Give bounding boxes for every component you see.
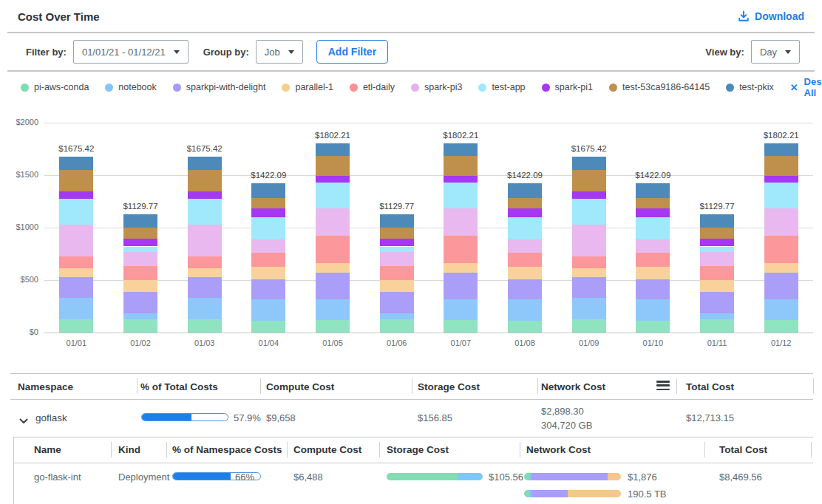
bar-segment-spark-pi3[interactable]: [700, 252, 734, 266]
bar-segment-spark-pi1[interactable]: [764, 176, 798, 183]
bar-segment-parallel-1[interactable]: [444, 263, 478, 273]
bar-segment-test-app[interactable]: [188, 199, 222, 225]
bar-segment-parallel-1[interactable]: [380, 280, 414, 292]
bar-segment-parallel-1[interactable]: [508, 267, 542, 280]
bar-segment-pi-aws-conda[interactable]: [572, 319, 606, 333]
bar-segment-spark-pi1[interactable]: [316, 176, 350, 183]
bar-segment-spark-pi3[interactable]: [188, 225, 222, 256]
bar-segment-spark-pi1[interactable]: [508, 208, 542, 218]
bar-segment-test-app[interactable]: [123, 247, 157, 253]
bar-segment-etl-daily[interactable]: [380, 266, 414, 280]
nested-column-header-name[interactable]: Name: [34, 444, 61, 455]
bar-segment-parallel-1[interactable]: [251, 267, 285, 280]
bar-segment-test-53ca9186-64145[interactable]: [123, 228, 157, 239]
bar-segment-test-53ca9186-64145[interactable]: [572, 170, 606, 191]
bar-segment-etl-daily[interactable]: [636, 253, 670, 266]
bar-segment-pi-aws-conda[interactable]: [444, 320, 478, 333]
bar-segment-test-app[interactable]: [251, 217, 285, 239]
bar-segment-spark-pi3[interactable]: [508, 239, 542, 253]
bar-segment-parallel-1[interactable]: [316, 263, 350, 273]
namespace-cell[interactable]: goflask: [35, 412, 67, 423]
bar-segment-parallel-1[interactable]: [123, 280, 157, 292]
bar-segment-notebook[interactable]: [636, 299, 670, 321]
bar-segment-parallel-1[interactable]: [572, 268, 606, 277]
nested-column-header-pct-namespace[interactable]: % of Namespace Costs: [172, 444, 282, 455]
date-range-select[interactable]: 01/01/21 - 01/12/21: [73, 40, 188, 64]
bar-segment-test-pkix[interactable]: [508, 183, 542, 198]
bar-segment-parallel-1[interactable]: [764, 263, 798, 273]
bar-segment-pi-aws-conda[interactable]: [508, 321, 542, 333]
bar-segment-parallel-1[interactable]: [59, 268, 93, 277]
bar-segment-test-app[interactable]: [316, 183, 350, 208]
bar-segment-notebook[interactable]: [251, 299, 285, 321]
bar-segment-test-app[interactable]: [700, 247, 734, 253]
bar-segment-test-53ca9186-64145[interactable]: [251, 198, 285, 208]
bar-segment-test-pkix[interactable]: [59, 157, 93, 170]
bar-segment-test-app[interactable]: [444, 183, 478, 208]
bar-segment-spark-pi3[interactable]: [316, 208, 350, 236]
bar-segment-spark-pi3[interactable]: [444, 208, 478, 236]
bar-segment-etl-daily[interactable]: [59, 256, 93, 269]
legend-item-test-pkix[interactable]: test-pkix: [726, 82, 774, 92]
column-header-compute-cost[interactable]: Compute Cost: [266, 381, 334, 392]
bar-segment-test-app[interactable]: [508, 217, 542, 239]
bar-segment-spark-pi1[interactable]: [188, 191, 222, 199]
nested-column-header-total-cost[interactable]: Total Cost: [719, 444, 767, 455]
bar-segment-notebook[interactable]: [59, 298, 93, 319]
bar-segment-spark-pi1[interactable]: [700, 239, 734, 246]
bar-segment-test-app[interactable]: [572, 199, 606, 225]
bar-segment-test-53ca9186-64145[interactable]: [508, 198, 542, 208]
bar-segment-sparkpi-with-delight[interactable]: [444, 273, 478, 299]
bar-segment-test-pkix[interactable]: [444, 143, 478, 156]
bar-segment-test-pkix[interactable]: [572, 157, 606, 170]
bar-segment-spark-pi3[interactable]: [380, 252, 414, 266]
legend-item-sparkpi-with-delight[interactable]: sparkpi-with-delight: [173, 82, 266, 92]
bar-segment-spark-pi1[interactable]: [380, 239, 414, 246]
bar-segment-etl-daily[interactable]: [188, 256, 222, 269]
bar-segment-spark-pi1[interactable]: [636, 208, 670, 218]
bar-segment-test-pkix[interactable]: [380, 214, 414, 228]
bar-segment-sparkpi-with-delight[interactable]: [380, 292, 414, 314]
legend-item-notebook[interactable]: notebook: [105, 82, 156, 92]
bar-segment-sparkpi-with-delight[interactable]: [700, 292, 734, 314]
bar-segment-spark-pi1[interactable]: [123, 239, 157, 246]
bar-segment-etl-daily[interactable]: [700, 266, 734, 280]
bar-segment-parallel-1[interactable]: [636, 267, 670, 280]
bar-segment-spark-pi1[interactable]: [572, 191, 606, 199]
bar-segment-test-pkix[interactable]: [316, 143, 350, 156]
nested-column-header-compute-cost[interactable]: Compute Cost: [293, 444, 361, 455]
bar-segment-sparkpi-with-delight[interactable]: [59, 277, 93, 298]
bar-segment-sparkpi-with-delight[interactable]: [572, 277, 606, 298]
bar-segment-parallel-1[interactable]: [188, 268, 222, 277]
column-header-total-cost[interactable]: Total Cost: [686, 381, 734, 392]
nested-column-header-kind[interactable]: Kind: [118, 444, 140, 455]
bar-segment-sparkpi-with-delight[interactable]: [764, 273, 798, 299]
bar-segment-etl-daily[interactable]: [764, 236, 798, 263]
bar-segment-etl-daily[interactable]: [123, 266, 157, 280]
add-filter-button[interactable]: Add Filter: [316, 40, 388, 64]
bar-segment-pi-aws-conda[interactable]: [380, 319, 414, 333]
bar-segment-spark-pi3[interactable]: [764, 208, 798, 236]
legend-item-parallel-1[interactable]: parallel-1: [282, 82, 333, 92]
bar-segment-pi-aws-conda[interactable]: [764, 320, 798, 333]
column-header-namespace[interactable]: Namespace: [18, 381, 73, 392]
bar-segment-notebook[interactable]: [444, 299, 478, 320]
bar-segment-sparkpi-with-delight[interactable]: [508, 279, 542, 299]
bar-segment-spark-pi1[interactable]: [444, 176, 478, 183]
bar-segment-pi-aws-conda[interactable]: [636, 321, 670, 333]
legend-item-pi-aws-conda[interactable]: pi-aws-conda: [21, 82, 89, 92]
bar-segment-etl-daily[interactable]: [316, 236, 350, 263]
bar-segment-test-pkix[interactable]: [764, 143, 798, 156]
nested-column-header-network-cost[interactable]: Network Cost: [526, 444, 591, 455]
bar-segment-pi-aws-conda[interactable]: [316, 320, 350, 333]
legend-item-spark-pi3[interactable]: spark-pi3: [411, 82, 462, 92]
bar-segment-sparkpi-with-delight[interactable]: [316, 273, 350, 299]
bar-segment-test-53ca9186-64145[interactable]: [380, 228, 414, 239]
bar-segment-test-53ca9186-64145[interactable]: [59, 170, 93, 191]
bar-segment-pi-aws-conda[interactable]: [59, 319, 93, 333]
bar-segment-notebook[interactable]: [380, 313, 414, 319]
group-by-select[interactable]: Job: [256, 40, 303, 64]
bar-segment-sparkpi-with-delight[interactable]: [251, 279, 285, 299]
bar-segment-notebook[interactable]: [188, 298, 222, 319]
bar-segment-notebook[interactable]: [572, 298, 606, 319]
